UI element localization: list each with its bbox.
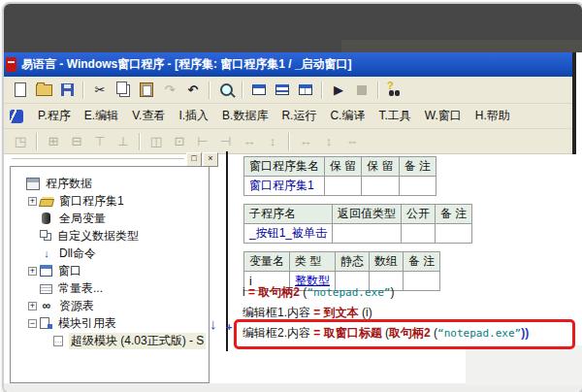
paste-button[interactable] bbox=[136, 80, 157, 101]
table-header-row: 变量名类 型静态数组备 注 bbox=[244, 252, 440, 272]
table-cell[interactable]: 窗口程序集1 bbox=[244, 177, 325, 196]
code-line-1[interactable]: i = 取句柄2 (“notepad.exe”) bbox=[242, 282, 572, 303]
same-size-icon: ⇔ bbox=[346, 135, 359, 147]
help-find-button[interactable] bbox=[384, 80, 405, 101]
layout-top-button[interactable] bbox=[272, 80, 293, 101]
table-cell[interactable]: _按钮1_被单击 bbox=[244, 224, 333, 244]
undo-button[interactable]: ↶ bbox=[182, 80, 204, 101]
menu-item-tools[interactable]: T.工具 bbox=[378, 108, 410, 124]
column-header: 返回值类型 bbox=[333, 205, 402, 224]
find-button[interactable] bbox=[215, 80, 237, 101]
tree-item-Dll[interactable]: +↓Dll命令 bbox=[11, 245, 209, 262]
app-window: 易语言 - Windows窗口程序 - [程序集: 窗口程序集1 / _启动窗口… bbox=[2, 2, 582, 392]
code-token: = bbox=[248, 285, 258, 299]
tree-item-[interactable]: +∞资源表 bbox=[11, 297, 209, 314]
menu-item-help[interactable]: H.帮助 bbox=[475, 108, 510, 124]
layout-split-button[interactable] bbox=[295, 80, 316, 101]
same-size-button: ⇔ bbox=[341, 131, 363, 152]
window-right-border bbox=[572, 52, 576, 154]
new-file-button[interactable] bbox=[10, 80, 31, 101]
code-token: (i) bbox=[359, 306, 372, 319]
string-token: “notepad.exe” bbox=[307, 286, 390, 299]
tree-item-[interactable]: +常量表... bbox=[11, 279, 209, 297]
column-header: 静态 bbox=[336, 252, 370, 272]
align-add-left-button: ⊞ bbox=[43, 131, 64, 152]
toolbar-separator bbox=[288, 133, 290, 150]
column-header: 子程序名 bbox=[244, 205, 333, 224]
menu-item-edit[interactable]: E.编辑 bbox=[84, 108, 118, 124]
tree-item-[interactable]: +窗口 bbox=[11, 262, 209, 279]
table-cell[interactable] bbox=[333, 224, 402, 244]
tree-item-[interactable]: +程序数据 bbox=[11, 175, 209, 192]
find-icon bbox=[220, 83, 233, 96]
align-add-bottom-icon: ⊥ bbox=[117, 135, 128, 147]
space-equal-v-button: ↕ bbox=[262, 131, 283, 152]
data-type-icon bbox=[40, 230, 48, 238]
run-icon: ▶ bbox=[334, 83, 343, 96]
panel-close-button[interactable]: × bbox=[203, 152, 218, 167]
function-token: 到文本 bbox=[324, 306, 359, 319]
toolbar-separator bbox=[82, 82, 84, 99]
tree-item-403S[interactable]: +…超级模块 (4.03正式版) - S bbox=[11, 332, 209, 349]
tree-expander-icon[interactable]: + bbox=[28, 302, 37, 310]
form-grid-button: ◳ bbox=[10, 131, 31, 152]
const-table-icon bbox=[40, 284, 52, 294]
bottom-right-panel bbox=[466, 345, 582, 385]
column-header: 类 型 bbox=[290, 252, 336, 272]
tree-item-[interactable]: +自定义数据类型 bbox=[11, 227, 209, 245]
layout-top-icon bbox=[275, 84, 289, 95]
table-cell[interactable] bbox=[399, 177, 436, 196]
table-cell[interactable] bbox=[325, 177, 362, 196]
new-file-icon bbox=[15, 82, 26, 97]
table-cell[interactable] bbox=[436, 224, 472, 244]
toolbar-separator bbox=[242, 82, 243, 99]
table-header-row: 子程序名返回值类型公开备 注 bbox=[244, 205, 472, 224]
align-right-edge-button: ⊣ bbox=[215, 131, 237, 152]
table-cell[interactable] bbox=[362, 177, 399, 196]
module-table-icon bbox=[40, 317, 49, 329]
project-tree: +程序数据+窗口程序集1+全局变量+自定义数据类型+↓Dll命令+窗口+常量表.… bbox=[10, 166, 210, 383]
menu-item-run[interactable]: R.运行 bbox=[281, 108, 316, 124]
highlight-annotation-box bbox=[234, 319, 575, 349]
tree-item-label: 资源表 bbox=[57, 298, 96, 314]
run-button[interactable]: ▶ bbox=[328, 80, 349, 101]
layout-left-button[interactable] bbox=[248, 80, 270, 101]
cut-button[interactable]: ✂ bbox=[89, 80, 111, 101]
menu-item-view[interactable]: V.查看 bbox=[132, 108, 165, 124]
tree-item-label: 自定义数据类型 bbox=[55, 228, 141, 245]
space-equal-h-button: ↔ bbox=[239, 131, 260, 152]
column-header: 备 注 bbox=[399, 157, 436, 177]
menu-item-insert[interactable]: I.插入 bbox=[178, 108, 209, 124]
window-icon bbox=[40, 265, 52, 277]
tree-item-[interactable]: −模块引用表 bbox=[11, 314, 209, 332]
menu-item-program[interactable]: P.程序 bbox=[38, 108, 71, 124]
tree-item-label: 窗口程序集1 bbox=[57, 193, 126, 210]
tree-expander-icon[interactable]: − bbox=[28, 319, 37, 328]
subroutine-table: 子程序名返回值类型公开备 注_按钮1_被单击 bbox=[243, 204, 472, 244]
menu-item-database[interactable]: B.数据库 bbox=[222, 108, 268, 124]
align-right-edge-icon: ⊣ bbox=[220, 135, 231, 147]
column-header: 变量名 bbox=[244, 252, 290, 272]
copy-button[interactable] bbox=[113, 80, 134, 101]
open-file-button[interactable] bbox=[33, 80, 54, 101]
column-header: 保 留 bbox=[325, 157, 362, 177]
table-cell[interactable] bbox=[402, 224, 436, 244]
sidebar-grip[interactable] bbox=[12, 158, 184, 163]
panel-float-button[interactable]: □ bbox=[186, 152, 202, 167]
tree-item-[interactable]: +全局变量 bbox=[11, 210, 209, 227]
toolbar-separator bbox=[209, 82, 210, 99]
column-header: 备 注 bbox=[436, 205, 472, 224]
tree-item-1[interactable]: +窗口程序集1 bbox=[11, 192, 209, 210]
align-add-top-icon: ⊤ bbox=[94, 135, 105, 147]
main-toolbar: ✂↷↶▶ bbox=[4, 77, 572, 104]
menu-item-window[interactable]: W.窗口 bbox=[425, 108, 462, 124]
tree-expander-icon[interactable]: + bbox=[28, 197, 37, 206]
save-button[interactable] bbox=[56, 80, 78, 101]
tree-item-label: 常量表... bbox=[56, 280, 105, 297]
tree-expander-icon[interactable]: + bbox=[28, 267, 37, 276]
menu-item-compile[interactable]: C.编译 bbox=[330, 108, 365, 124]
align-center-v-button: ⊡ bbox=[169, 131, 190, 152]
menu-bar: P.程序E.编辑V.查看I.插入B.数据库R.运行C.编译T.工具W.窗口H.帮… bbox=[4, 104, 572, 129]
desktop-background-panel bbox=[341, 40, 582, 52]
table-row: 窗口程序集1 bbox=[244, 177, 436, 196]
